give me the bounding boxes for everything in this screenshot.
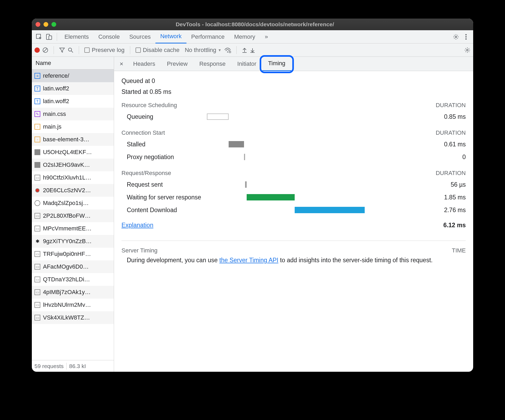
preserve-log-checkbox[interactable]: Preserve log — [84, 47, 125, 54]
throttling-select[interactable]: No throttling ▼ — [185, 47, 221, 54]
timing-body: Queued at 0 Started at 0.85 ms Resource … — [114, 71, 473, 372]
request-name: 2P2L80XfBoFW… — [43, 212, 91, 219]
section-title: Connection Start — [121, 129, 165, 136]
file-type-icon: ▭ — [34, 251, 40, 257]
request-row[interactable]: ▭QTDnaY32hLDi… — [32, 273, 114, 286]
requests-list[interactable]: ≡reference/Tlatin.woff2Tlatin.woff2✎main… — [32, 69, 114, 360]
timing-bar — [247, 194, 295, 200]
request-name: U5OHzQL4tEKF… — [43, 149, 92, 156]
settings-icon[interactable] — [451, 32, 460, 41]
timing-row-label: Waiting for server response — [121, 194, 204, 201]
request-row[interactable]: ▭lHvzbNUlrm2Mv… — [32, 299, 114, 311]
timing-row: Proxy negotiation0 — [121, 151, 466, 163]
request-row[interactable]: ▭2P2L80XfBoFW… — [32, 209, 114, 222]
request-row[interactable]: ◦main.js — [32, 120, 114, 133]
export-har-icon[interactable] — [250, 47, 255, 53]
divider — [236, 46, 237, 54]
file-type-icon — [34, 149, 40, 155]
request-row[interactable]: ▭4pIMBj7zOAk1y… — [32, 286, 114, 299]
timing-bar-cell — [207, 154, 425, 160]
network-toolbar: Preserve log Disable cache No throttling… — [32, 43, 473, 57]
timing-bar — [244, 154, 245, 160]
duration-label: DURATION — [436, 170, 466, 177]
tab-performance[interactable]: Performance — [186, 30, 229, 43]
request-row[interactable]: U5OHzQL4tEKF… — [32, 146, 114, 159]
tab-elements[interactable]: Elements — [60, 30, 94, 43]
tab-response[interactable]: Response — [193, 57, 231, 71]
request-name: MadqZslZpo1sj… — [43, 200, 89, 207]
tab-timing[interactable]: Timing — [262, 57, 291, 71]
chevron-down-icon: ▼ — [218, 48, 221, 52]
request-row[interactable]: ◦base-element-3… — [32, 133, 114, 146]
record-button[interactable] — [34, 47, 40, 53]
request-row[interactable]: Tlatin.woff2 — [32, 82, 114, 95]
svg-point-11 — [227, 51, 228, 52]
file-type-icon: ◦ — [34, 137, 40, 142]
explanation-link[interactable]: Explanation — [121, 222, 153, 229]
network-conditions-icon[interactable] — [224, 47, 231, 53]
request-name: reference/ — [43, 72, 69, 79]
request-row[interactable]: ▭VSk4XiLkW8TZ… — [32, 311, 114, 324]
timing-row-label: Queueing — [121, 113, 204, 120]
request-row[interactable]: Tlatin.woff2 — [32, 95, 114, 108]
timing-row-label: Proxy negotiation — [121, 154, 204, 161]
divider — [54, 46, 54, 54]
request-row[interactable]: O2sIJEHG9avK… — [32, 159, 114, 171]
network-settings-icon[interactable] — [464, 47, 471, 53]
request-row[interactable]: ✎main.css — [32, 108, 114, 120]
panel-tabs: Elements Console Sources Network Perform… — [60, 30, 273, 43]
file-type-icon — [34, 162, 40, 168]
import-har-icon[interactable] — [242, 47, 247, 53]
request-name: 9gzXiTYY0nZzB… — [43, 238, 92, 245]
divider — [66, 363, 67, 370]
divider — [121, 240, 466, 241]
request-row[interactable]: ▭MPcVmmemtEE… — [32, 222, 114, 235]
request-name: lHvzbNUlrm2Mv… — [43, 301, 91, 308]
more-menu-icon[interactable] — [462, 32, 471, 41]
tab-network[interactable]: Network — [155, 30, 186, 43]
maximize-window-button[interactable] — [51, 22, 56, 27]
disable-cache-checkbox[interactable]: Disable cache — [136, 47, 180, 54]
tab-console[interactable]: Console — [94, 30, 125, 43]
svg-line-8 — [44, 49, 47, 52]
close-details-button[interactable]: × — [116, 60, 127, 68]
request-details: × Headers Preview Response Initiator Tim… — [114, 57, 473, 372]
timing-row: Waiting for server response1.85 ms — [121, 191, 466, 204]
timing-section: Request/ResponseDURATIONRequest sent56 µ… — [121, 170, 466, 216]
timing-row-label: Stalled — [121, 141, 204, 148]
disable-cache-label: Disable cache — [143, 47, 180, 54]
name-column-header[interactable]: Name — [32, 57, 114, 69]
file-type-icon: ≡ — [34, 73, 40, 79]
tab-headers[interactable]: Headers — [127, 57, 161, 71]
request-row[interactable]: MadqZslZpo1sj… — [32, 197, 114, 209]
divider — [57, 33, 57, 41]
tab-initiator[interactable]: Initiator — [231, 57, 262, 71]
inspect-element-icon[interactable] — [34, 32, 43, 41]
devtools-window: DevTools - localhost:8080/docs/devtools/… — [32, 19, 473, 372]
request-row[interactable]: ▭TRFujw0pi0nHF… — [32, 248, 114, 260]
timing-bar-cell — [207, 181, 425, 188]
tab-preview[interactable]: Preview — [161, 57, 193, 71]
request-name: MPcVmmemtEE… — [43, 225, 92, 232]
queued-at-label: Queued at 0 — [121, 77, 466, 85]
request-row[interactable]: ▭AFacMOgv6D0… — [32, 260, 114, 273]
tab-sources[interactable]: Sources — [124, 30, 155, 43]
request-row[interactable]: ▭h90CtfziXluvh1L… — [32, 171, 114, 184]
device-toolbar-icon[interactable] — [45, 32, 54, 41]
request-row[interactable]: ✱9gzXiTYY0nZzB… — [32, 235, 114, 248]
main-pane: Name ≡reference/Tlatin.woff2Tlatin.woff2… — [32, 57, 473, 372]
search-icon[interactable] — [68, 47, 73, 53]
tab-more[interactable]: » — [260, 30, 273, 43]
file-type-icon: T — [34, 98, 40, 104]
close-window-button[interactable] — [36, 22, 40, 27]
request-row[interactable]: ≡reference/ — [32, 69, 114, 82]
filter-icon[interactable] — [59, 47, 65, 53]
timing-bar-cell — [207, 141, 425, 147]
minimize-window-button[interactable] — [43, 22, 48, 27]
request-row[interactable]: 20E6CLcSzNV2… — [32, 184, 114, 197]
tab-memory[interactable]: Memory — [229, 30, 260, 43]
timing-row: Request sent56 µs — [121, 178, 466, 191]
clear-button[interactable] — [42, 47, 48, 53]
server-timing-api-link[interactable]: the Server Timing API — [219, 257, 278, 264]
svg-point-3 — [455, 36, 457, 38]
